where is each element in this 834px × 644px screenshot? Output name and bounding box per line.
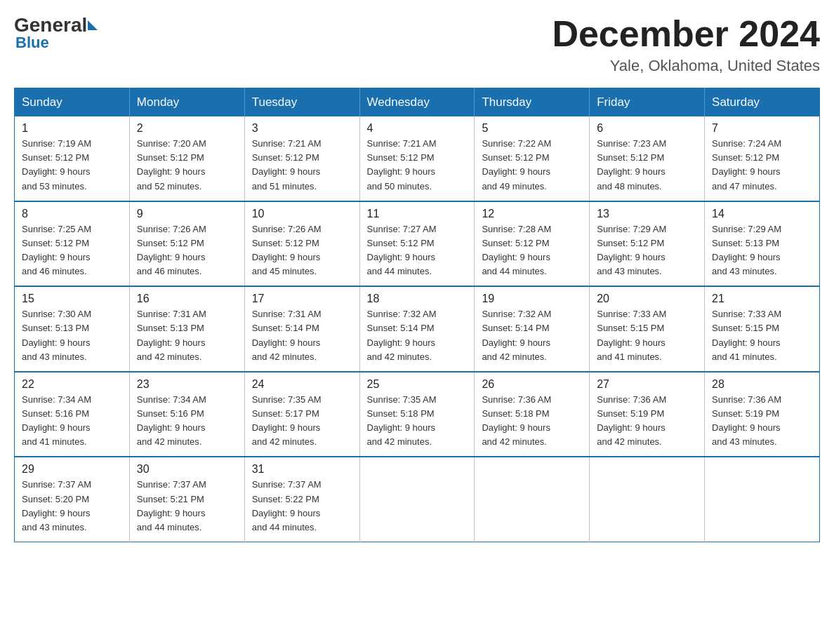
day-number: 4: [367, 122, 468, 135]
table-row: 23 Sunrise: 7:34 AMSunset: 5:16 PMDaylig…: [129, 372, 244, 457]
calendar-week-5: 29 Sunrise: 7:37 AMSunset: 5:20 PMDaylig…: [15, 457, 820, 542]
weekday-header-row: Sunday Monday Tuesday Wednesday Thursday…: [15, 88, 820, 117]
day-info: Sunrise: 7:27 AMSunset: 5:12 PMDaylight:…: [367, 224, 437, 276]
title-block: December 2024 Yale, Oklahoma, United Sta…: [552, 14, 820, 75]
day-number: 23: [137, 378, 237, 391]
header-friday: Friday: [590, 88, 705, 117]
day-number: 1: [22, 122, 122, 135]
table-row: 13 Sunrise: 7:29 AMSunset: 5:12 PMDaylig…: [590, 201, 705, 287]
table-row: 14 Sunrise: 7:29 AMSunset: 5:13 PMDaylig…: [705, 201, 820, 287]
day-number: 22: [22, 378, 122, 391]
table-row: 9 Sunrise: 7:26 AMSunset: 5:12 PMDayligh…: [129, 201, 244, 287]
day-number: 13: [597, 208, 697, 220]
table-row: 22 Sunrise: 7:34 AMSunset: 5:16 PMDaylig…: [15, 372, 130, 457]
logo: General Blue: [14, 14, 98, 52]
day-info: Sunrise: 7:37 AMSunset: 5:20 PMDaylight:…: [22, 479, 91, 532]
day-info: Sunrise: 7:32 AMSunset: 5:14 PMDaylight:…: [367, 309, 437, 361]
table-row: 25 Sunrise: 7:35 AMSunset: 5:18 PMDaylig…: [359, 372, 475, 457]
table-row: [705, 457, 820, 542]
calendar-week-2: 8 Sunrise: 7:25 AMSunset: 5:12 PMDayligh…: [15, 201, 820, 287]
day-info: Sunrise: 7:30 AMSunset: 5:13 PMDaylight:…: [22, 309, 91, 361]
table-row: [359, 457, 475, 542]
day-info: Sunrise: 7:21 AMSunset: 5:12 PMDaylight:…: [252, 138, 322, 191]
day-info: Sunrise: 7:21 AMSunset: 5:12 PMDaylight:…: [367, 138, 437, 191]
table-row: 4 Sunrise: 7:21 AMSunset: 5:12 PMDayligh…: [359, 116, 475, 201]
day-info: Sunrise: 7:34 AMSunset: 5:16 PMDaylight:…: [22, 394, 91, 447]
day-info: Sunrise: 7:36 AMSunset: 5:19 PMDaylight:…: [597, 394, 666, 447]
day-number: 25: [367, 378, 468, 391]
day-number: 31: [252, 463, 352, 476]
table-row: 28 Sunrise: 7:36 AMSunset: 5:19 PMDaylig…: [705, 372, 820, 457]
table-row: 1 Sunrise: 7:19 AMSunset: 5:12 PMDayligh…: [15, 116, 130, 201]
day-info: Sunrise: 7:35 AMSunset: 5:17 PMDaylight:…: [252, 394, 322, 447]
day-info: Sunrise: 7:23 AMSunset: 5:12 PMDaylight:…: [597, 138, 666, 191]
day-number: 5: [482, 122, 582, 135]
day-number: 20: [597, 293, 697, 305]
table-row: 19 Sunrise: 7:32 AMSunset: 5:14 PMDaylig…: [475, 286, 590, 372]
table-row: 21 Sunrise: 7:33 AMSunset: 5:15 PMDaylig…: [705, 286, 820, 372]
day-number: 14: [712, 208, 812, 220]
day-info: Sunrise: 7:20 AMSunset: 5:12 PMDaylight:…: [137, 138, 206, 191]
table-row: 30 Sunrise: 7:37 AMSunset: 5:21 PMDaylig…: [129, 457, 244, 542]
day-info: Sunrise: 7:26 AMSunset: 5:12 PMDaylight:…: [137, 224, 206, 276]
logo-blue-text: Blue: [15, 34, 49, 52]
day-info: Sunrise: 7:36 AMSunset: 5:19 PMDaylight:…: [712, 394, 781, 447]
calendar-week-3: 15 Sunrise: 7:30 AMSunset: 5:13 PMDaylig…: [15, 286, 820, 372]
day-info: Sunrise: 7:29 AMSunset: 5:13 PMDaylight:…: [712, 224, 781, 276]
table-row: 15 Sunrise: 7:30 AMSunset: 5:13 PMDaylig…: [15, 286, 130, 372]
calendar-table: Sunday Monday Tuesday Wednesday Thursday…: [14, 88, 820, 542]
day-number: 2: [137, 122, 237, 135]
day-info: Sunrise: 7:26 AMSunset: 5:12 PMDaylight:…: [252, 224, 322, 276]
day-number: 7: [712, 122, 812, 135]
day-info: Sunrise: 7:37 AMSunset: 5:22 PMDaylight:…: [252, 479, 322, 532]
header-sunday: Sunday: [15, 88, 130, 117]
table-row: 29 Sunrise: 7:37 AMSunset: 5:20 PMDaylig…: [15, 457, 130, 542]
table-row: 20 Sunrise: 7:33 AMSunset: 5:15 PMDaylig…: [590, 286, 705, 372]
day-info: Sunrise: 7:22 AMSunset: 5:12 PMDaylight:…: [482, 138, 551, 191]
day-info: Sunrise: 7:32 AMSunset: 5:14 PMDaylight:…: [482, 309, 551, 361]
calendar-week-1: 1 Sunrise: 7:19 AMSunset: 5:12 PMDayligh…: [15, 116, 820, 201]
day-info: Sunrise: 7:37 AMSunset: 5:21 PMDaylight:…: [137, 479, 206, 532]
header-thursday: Thursday: [475, 88, 590, 117]
day-info: Sunrise: 7:24 AMSunset: 5:12 PMDaylight:…: [712, 138, 781, 191]
table-row: 8 Sunrise: 7:25 AMSunset: 5:12 PMDayligh…: [15, 201, 130, 287]
day-info: Sunrise: 7:35 AMSunset: 5:18 PMDaylight:…: [367, 394, 437, 447]
day-number: 18: [367, 293, 468, 305]
day-info: Sunrise: 7:36 AMSunset: 5:18 PMDaylight:…: [482, 394, 551, 447]
table-row: 17 Sunrise: 7:31 AMSunset: 5:14 PMDaylig…: [244, 286, 359, 372]
header-wednesday: Wednesday: [359, 88, 475, 117]
table-row: 12 Sunrise: 7:28 AMSunset: 5:12 PMDaylig…: [475, 201, 590, 287]
logo-arrow-icon: [88, 20, 98, 30]
table-row: 11 Sunrise: 7:27 AMSunset: 5:12 PMDaylig…: [359, 201, 475, 287]
day-info: Sunrise: 7:19 AMSunset: 5:12 PMDaylight:…: [22, 138, 91, 191]
table-row: [475, 457, 590, 542]
header-tuesday: Tuesday: [244, 88, 359, 117]
month-title: December 2024: [552, 14, 820, 54]
day-number: 24: [252, 378, 352, 391]
table-row: 18 Sunrise: 7:32 AMSunset: 5:14 PMDaylig…: [359, 286, 475, 372]
day-number: 29: [22, 463, 122, 476]
day-number: 28: [712, 378, 812, 391]
table-row: [590, 457, 705, 542]
day-number: 19: [482, 293, 582, 305]
day-number: 21: [712, 293, 812, 305]
header-saturday: Saturday: [705, 88, 820, 117]
day-number: 26: [482, 378, 582, 391]
page-header: General Blue December 2024 Yale, Oklahom…: [14, 14, 820, 75]
day-number: 30: [137, 463, 237, 476]
day-info: Sunrise: 7:28 AMSunset: 5:12 PMDaylight:…: [482, 224, 551, 276]
table-row: 27 Sunrise: 7:36 AMSunset: 5:19 PMDaylig…: [590, 372, 705, 457]
day-number: 8: [22, 208, 122, 220]
table-row: 16 Sunrise: 7:31 AMSunset: 5:13 PMDaylig…: [129, 286, 244, 372]
table-row: 3 Sunrise: 7:21 AMSunset: 5:12 PMDayligh…: [244, 116, 359, 201]
day-number: 3: [252, 122, 352, 135]
day-number: 16: [137, 293, 237, 305]
table-row: 6 Sunrise: 7:23 AMSunset: 5:12 PMDayligh…: [590, 116, 705, 201]
day-number: 17: [252, 293, 352, 305]
day-info: Sunrise: 7:29 AMSunset: 5:12 PMDaylight:…: [597, 224, 666, 276]
location-title: Yale, Oklahoma, United States: [552, 57, 820, 75]
day-number: 9: [137, 208, 237, 220]
day-info: Sunrise: 7:31 AMSunset: 5:13 PMDaylight:…: [137, 309, 206, 361]
table-row: 31 Sunrise: 7:37 AMSunset: 5:22 PMDaylig…: [244, 457, 359, 542]
day-number: 12: [482, 208, 582, 220]
